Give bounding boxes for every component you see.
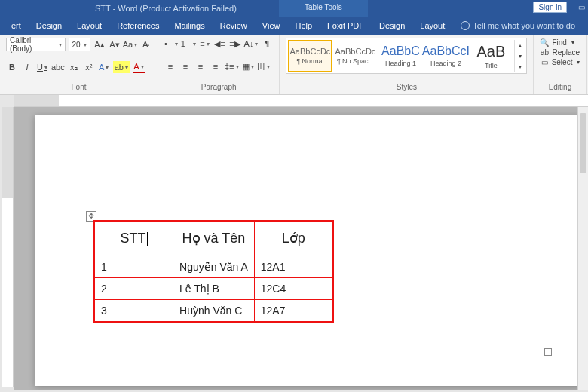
cell-class[interactable]: 12A1 <box>254 256 333 277</box>
bullets-button[interactable]: •─ <box>164 38 178 50</box>
window-title: STT - Word (Product Activation Failed) <box>95 4 237 13</box>
table-resize-handle[interactable] <box>544 348 552 356</box>
replace-button[interactable]: abReplace <box>540 47 580 57</box>
style-gallery[interactable]: AaBbCcDc ¶ Normal AaBbCcDc ¶ No Spac... … <box>286 38 527 74</box>
select-icon: ▭ <box>540 58 548 66</box>
shading-button[interactable]: ▦ <box>242 60 254 72</box>
page[interactable]: ✥ STT Họ và Tên Lớp 1 Nguyễn Văn A 12A1 … <box>35 115 582 386</box>
ribbon: Calibri (Body) 20 A▴ A▾ Aa A̶ B I U abc … <box>0 35 588 95</box>
font-color-button[interactable]: A <box>133 61 145 73</box>
align-right-button[interactable]: ≡ <box>194 60 207 72</box>
ribbon-display-icon[interactable]: ▭ <box>578 3 585 11</box>
tab-design[interactable]: Design <box>29 18 69 33</box>
tab-foxit-pdf[interactable]: Foxit PDF <box>320 18 371 33</box>
table-row[interactable]: 2 Lê Thị B 12C4 <box>94 277 333 299</box>
text-highlight-button[interactable]: ab <box>113 61 130 73</box>
tab-review[interactable]: Review <box>213 18 254 33</box>
header-class[interactable]: Lớp <box>254 221 333 256</box>
decrease-indent-button[interactable]: ◀≡ <box>214 38 226 50</box>
cell-stt[interactable]: 2 <box>94 277 173 299</box>
lightbulb-icon <box>461 21 470 30</box>
paragraph-group-label: Paragraph <box>164 83 273 93</box>
style-normal[interactable]: AaBbCcDc ¶ Normal <box>288 40 332 72</box>
header-name[interactable]: Họ và Tên <box>173 221 255 256</box>
table-row[interactable]: 1 Nguyễn Văn A 12A1 <box>94 256 333 277</box>
style-heading-2[interactable]: AaBbCcI Heading 2 <box>424 40 467 72</box>
cell-name[interactable]: Nguyễn Văn A <box>173 256 255 277</box>
font-group-label: Font <box>6 83 152 93</box>
header-stt[interactable]: STT <box>94 221 173 256</box>
sign-in-button[interactable]: Sign in <box>533 2 567 13</box>
subscript-button[interactable]: x₂ <box>68 61 80 73</box>
title-bar: STT - Word (Product Activation Failed) T… <box>0 0 588 17</box>
style-no-spacing[interactable]: AaBbCcDc ¶ No Spac... <box>333 40 377 72</box>
text-cursor <box>147 232 148 246</box>
table-header-row[interactable]: STT Họ và Tên Lớp <box>94 221 333 256</box>
vertical-ruler[interactable] <box>2 107 14 387</box>
style-title[interactable]: AaB Title <box>469 40 513 72</box>
font-size-combo[interactable]: 20 <box>69 38 90 51</box>
find-icon: 🔍 <box>540 38 549 47</box>
select-button[interactable]: ▭Select▾ <box>540 57 580 67</box>
tab-insert-partial[interactable]: ert <box>5 18 28 33</box>
numbering-button[interactable]: 1─ <box>181 38 196 50</box>
ribbon-tabs: ert Design Layout References Mailings Re… <box>0 17 588 35</box>
cell-name[interactable]: Huỳnh Văn C <box>173 299 255 322</box>
editing-group-label: Editing <box>540 83 580 93</box>
text-effects-button[interactable]: A <box>98 61 110 73</box>
editing-group: 🔍Find▾ abReplace ▭Select▾ Editing <box>534 35 586 94</box>
bold-button[interactable]: B <box>6 61 18 73</box>
show-hide-button[interactable]: ¶ <box>261 38 273 50</box>
tab-view[interactable]: View <box>256 18 287 33</box>
paragraph-group: •─ 1─ ≡ ◀≡ ≡▶ A↓ ¶ ≡ ≡ ≡ ≡ ‡≡ ▦ 田 Paragr… <box>158 35 280 94</box>
font-group: Calibri (Body) 20 A▴ A▾ Aa A̶ B I U abc … <box>0 35 158 94</box>
increase-indent-button[interactable]: ≡▶ <box>229 38 241 50</box>
cell-class[interactable]: 12A7 <box>254 299 333 322</box>
cell-name[interactable]: Lê Thị B <box>173 277 255 299</box>
tell-me-placeholder: Tell me what you want to do <box>473 21 575 30</box>
italic-button[interactable]: I <box>21 61 33 73</box>
styles-group: AaBbCcDc ¶ Normal AaBbCcDc ¶ No Spac... … <box>280 35 534 94</box>
clear-formatting-button[interactable]: A̶ <box>139 38 152 51</box>
shrink-font-button[interactable]: A▾ <box>109 38 121 51</box>
justify-button[interactable]: ≡ <box>210 60 222 72</box>
document-table[interactable]: STT Họ và Tên Lớp 1 Nguyễn Văn A 12A1 2 … <box>93 220 334 323</box>
tab-layout[interactable]: Layout <box>70 18 109 33</box>
style-heading-1[interactable]: AaBbC Heading 1 <box>378 40 422 72</box>
window-controls: ▭ <box>578 3 585 11</box>
change-case-button[interactable]: Aa <box>124 38 136 51</box>
superscript-button[interactable]: x² <box>83 61 95 73</box>
multilevel-list-button[interactable]: ≡ <box>199 38 211 50</box>
tell-me-search[interactable]: Tell me what you want to do <box>461 21 575 30</box>
cell-stt[interactable]: 1 <box>94 256 173 277</box>
horizontal-ruler[interactable] <box>14 95 588 107</box>
strikethrough-button[interactable]: abc <box>51 61 65 73</box>
grow-font-button[interactable]: A▴ <box>93 38 106 51</box>
underline-button[interactable]: U <box>36 61 48 73</box>
align-left-button[interactable]: ≡ <box>164 60 176 72</box>
font-name-combo[interactable]: Calibri (Body) <box>6 38 66 51</box>
replace-icon: ab <box>540 48 549 57</box>
vertical-scrollbar[interactable] <box>577 107 588 390</box>
line-spacing-button[interactable]: ‡≡ <box>225 60 239 72</box>
find-button[interactable]: 🔍Find▾ <box>540 38 580 47</box>
tab-help[interactable]: Help <box>288 18 319 33</box>
tab-table-design[interactable]: Design <box>372 18 412 33</box>
sort-button[interactable]: A↓ <box>244 38 259 50</box>
tab-mailings[interactable]: Mailings <box>167 18 211 33</box>
table-tools-contextual-tab: Table Tools <box>279 0 368 17</box>
cell-stt[interactable]: 3 <box>94 299 173 322</box>
cell-class[interactable]: 12C4 <box>254 277 333 299</box>
style-gallery-more[interactable]: ▴ ▾ ▾ <box>514 40 525 72</box>
document-workspace: ✥ STT Họ và Tên Lớp 1 Nguyễn Văn A 12A1 … <box>14 107 586 390</box>
tab-references[interactable]: References <box>110 18 166 33</box>
align-center-button[interactable]: ≡ <box>179 60 191 72</box>
scrollbar-thumb[interactable] <box>580 113 586 173</box>
tab-table-layout[interactable]: Layout <box>413 18 452 33</box>
borders-button[interactable]: 田 <box>257 60 270 72</box>
table-row[interactable]: 3 Huỳnh Văn C 12A7 <box>94 299 333 322</box>
styles-group-label: Styles <box>286 83 527 93</box>
